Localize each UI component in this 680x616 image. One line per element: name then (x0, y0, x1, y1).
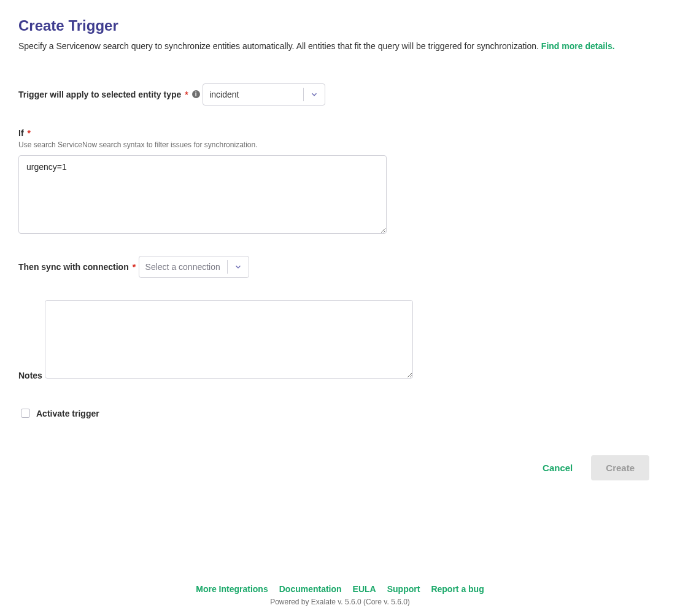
notes-input[interactable] (45, 300, 413, 379)
entity-type-field: Trigger will apply to selected entity ty… (18, 83, 662, 108)
footer: More Integrations Documentation EULA Sup… (0, 584, 680, 606)
connection-placeholder: Select a connection (145, 262, 221, 272)
if-field: If* Use search ServiceNow search syntax … (18, 128, 662, 236)
more-integrations-link[interactable]: More Integrations (196, 584, 268, 594)
connection-label-text: Then sync with connection (18, 262, 129, 272)
required-asterisk: * (185, 90, 188, 99)
activate-trigger-row: Activate trigger (21, 409, 662, 418)
support-link[interactable]: Support (387, 584, 420, 594)
notes-field: Notes (18, 300, 662, 389)
page-title: Create Trigger (18, 17, 662, 34)
find-more-details-link[interactable]: Find more details. (541, 41, 615, 51)
connection-field: Then sync with connection* Select a conn… (18, 256, 662, 280)
description-text: Specify a Servicenow search query to syn… (18, 41, 541, 51)
info-icon[interactable]: i (192, 90, 200, 98)
select-divider (227, 260, 228, 274)
activate-trigger-checkbox[interactable] (21, 409, 30, 418)
report-bug-link[interactable]: Report a bug (431, 584, 484, 594)
action-buttons: Cancel Create (18, 455, 662, 480)
if-label-text: If (18, 128, 24, 138)
create-button[interactable]: Create (591, 455, 649, 480)
if-query-input[interactable] (18, 155, 387, 234)
activate-trigger-label: Activate trigger (36, 409, 99, 418)
connection-label: Then sync with connection* (18, 262, 136, 272)
footer-links: More Integrations Documentation EULA Sup… (0, 584, 680, 594)
if-label: If* (18, 128, 31, 138)
notes-label-text: Notes (18, 371, 42, 380)
documentation-link[interactable]: Documentation (279, 584, 342, 594)
chevron-down-icon (234, 263, 242, 271)
page-description: Specify a Servicenow search query to syn… (18, 40, 662, 53)
entity-type-label-text: Trigger will apply to selected entity ty… (18, 90, 181, 99)
notes-label: Notes (18, 371, 42, 380)
entity-type-label: Trigger will apply to selected entity ty… (18, 90, 200, 99)
connection-select[interactable]: Select a connection (139, 256, 249, 278)
eula-link[interactable]: EULA (353, 584, 376, 594)
entity-type-select[interactable]: incident (203, 83, 325, 106)
entity-type-value: incident (209, 90, 297, 99)
required-asterisk: * (133, 262, 136, 272)
required-asterisk: * (28, 128, 31, 138)
chevron-down-icon (310, 90, 319, 99)
if-help-text: Use search ServiceNow search syntax to f… (18, 141, 662, 149)
cancel-button[interactable]: Cancel (539, 456, 576, 479)
select-divider (303, 88, 304, 101)
footer-version: Powered by Exalate v. 5.6.0 (Core v. 5.6… (0, 598, 680, 606)
